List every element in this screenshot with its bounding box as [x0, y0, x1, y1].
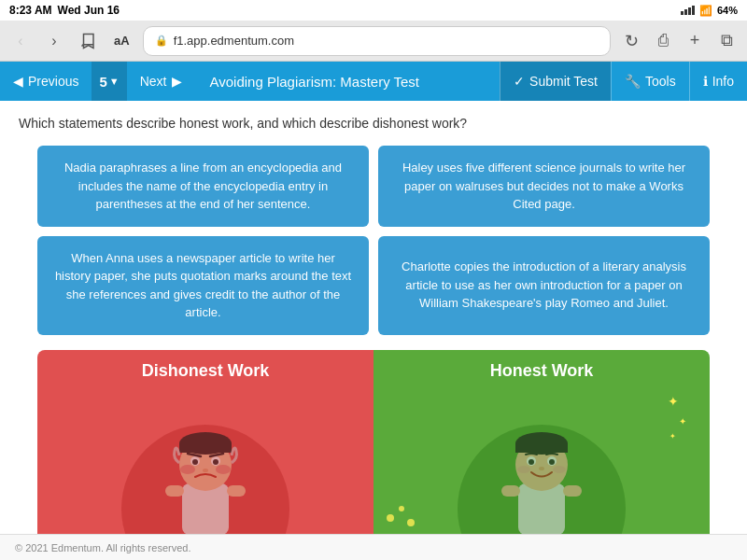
svg-text:✦: ✦	[679, 416, 686, 427]
card-1[interactable]: Nadia paraphrases a line from an encyclo…	[37, 146, 369, 227]
refresh-button[interactable]: ↻	[618, 28, 644, 54]
honest-side: Honest Work ✦ ✦ ✦	[374, 350, 710, 535]
next-arrow-icon: ▶	[172, 74, 182, 89]
lock-icon: 🔒	[155, 35, 168, 47]
signal-icon	[681, 6, 695, 15]
tools-button[interactable]: 🔧 Tools	[611, 62, 689, 101]
page-dropdown-icon: ▼	[109, 76, 120, 87]
cards-grid: Nadia paraphrases a line from an encyclo…	[19, 146, 728, 335]
honest-bg-circle	[458, 425, 626, 535]
sparkles-icon: ✦ ✦ ✦	[668, 387, 696, 443]
dishonest-bg-circle	[121, 425, 289, 535]
wifi-icon: 📶	[699, 5, 712, 17]
tabs-button[interactable]: ⧉	[713, 28, 740, 54]
date-display: Wed Jun 16	[58, 4, 120, 17]
info-icon: ℹ	[703, 74, 708, 89]
svg-text:✦: ✦	[669, 432, 676, 441]
app-toolbar: ◀ Previous 5 ▼ Next ▶ Avoiding Plagiaris…	[0, 62, 747, 101]
svg-point-33	[407, 519, 415, 526]
main-content: Which statements describe honest work, a…	[0, 101, 747, 534]
info-button[interactable]: ℹ Info	[689, 62, 747, 101]
page-indicator[interactable]: 5 ▼	[92, 62, 126, 101]
svg-point-31	[387, 514, 394, 522]
bookmarks-button[interactable]	[75, 28, 101, 54]
url-bar: 🔒 f1.app.edmentum.com	[143, 26, 611, 56]
infographic: Dishonest Work	[37, 350, 710, 535]
svg-point-32	[399, 506, 404, 511]
new-tab-button[interactable]: +	[682, 28, 708, 54]
svg-text:✦: ✦	[668, 394, 679, 409]
page-title: Avoiding Plagiarism: Mastery Test	[195, 74, 500, 90]
share-button[interactable]: ⎙	[650, 28, 676, 54]
tools-icon: 🔧	[625, 74, 641, 89]
status-bar: 8:23 AM Wed Jun 16 📶 64%	[0, 0, 747, 21]
next-button[interactable]: Next ▶	[127, 62, 195, 101]
dishonest-label: Dishonest Work	[142, 361, 270, 381]
back-button[interactable]: ‹	[7, 28, 34, 54]
browser-bar: ‹ › aA 🔒 f1.app.edmentum.com ↻ ⎙ + ⧉	[0, 21, 747, 62]
question-text: Which statements describe honest work, a…	[19, 116, 728, 131]
prev-arrow-icon: ◀	[13, 74, 23, 89]
card-3[interactable]: When Anna uses a newspaper article to wr…	[37, 236, 369, 335]
time-display: 8:23 AM	[9, 4, 52, 17]
toolbar-right: ✓ Submit Test 🔧 Tools ℹ Info	[500, 62, 747, 101]
dots-decoration	[383, 499, 420, 535]
card-4[interactable]: Charlotte copies the introduction of a l…	[378, 236, 710, 335]
forward-button[interactable]: ›	[41, 28, 67, 54]
previous-button[interactable]: ◀ Previous	[0, 62, 92, 101]
dishonest-side: Dishonest Work	[37, 350, 374, 535]
card-2[interactable]: Haley uses five different science journa…	[378, 146, 710, 227]
honest-label: Honest Work	[490, 361, 594, 381]
checkmark-icon: ✓	[514, 74, 525, 89]
battery-display: 64%	[717, 5, 738, 16]
page-number: 5	[99, 74, 106, 90]
copyright-text: © 2021 Edmentum. All rights reserved.	[15, 542, 190, 553]
submit-test-button[interactable]: ✓ Submit Test	[500, 62, 611, 101]
reader-mode-button[interactable]: aA	[108, 30, 135, 51]
url-text: f1.app.edmentum.com	[174, 34, 294, 48]
footer: © 2021 Edmentum. All rights reserved.	[0, 534, 747, 560]
